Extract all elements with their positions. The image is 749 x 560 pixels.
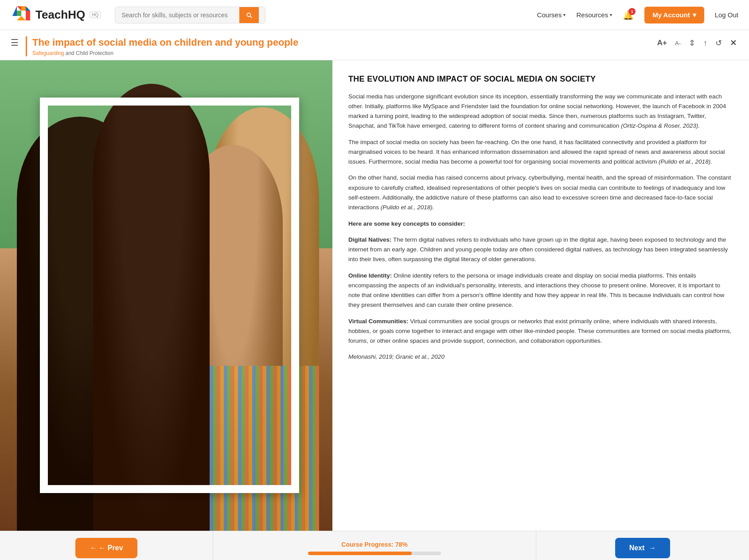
close-button[interactable]: ✕ <box>728 36 738 50</box>
svg-marker-4 <box>26 6 30 11</box>
search-input[interactable] <box>115 7 239 23</box>
header: TeachHQ HQ Courses ▾ Resources ▾ 🔔 1 My … <box>0 0 749 30</box>
photo-frame <box>40 98 299 493</box>
logo-area: TeachHQ HQ <box>11 4 101 26</box>
content-heading: THE EVOLUTION AND IMPACT OF SOCIAL MEDIA… <box>348 74 733 84</box>
svg-marker-2 <box>21 6 26 11</box>
article-header: ☰ The impact of social media on children… <box>0 30 749 60</box>
svg-marker-6 <box>17 16 26 20</box>
arrow-left-icon: ← <box>90 544 97 552</box>
footer-center: Course Progress: 78% <box>213 531 536 560</box>
my-account-button[interactable]: My Account ▾ <box>644 7 704 23</box>
refresh-button[interactable]: ↺ <box>714 36 724 50</box>
increase-font-button[interactable]: A+ <box>655 37 669 49</box>
notification-button[interactable]: 🔔 1 <box>623 10 634 20</box>
footer: ← ← Prev Course Progress: 78% Next → <box>0 531 749 560</box>
svg-rect-3 <box>17 11 21 16</box>
search-bar <box>115 7 265 23</box>
decrease-font-button[interactable]: A- <box>673 38 683 48</box>
text-panel: THE EVOLUTION AND IMPACT OF SOCIAL MEDIA… <box>332 60 749 531</box>
chevron-down-icon: ▾ <box>693 11 696 19</box>
paragraph-digital-natives: Digital Natives: The term digital native… <box>348 235 733 265</box>
logo-text: TeachHQ <box>35 8 85 22</box>
paragraph-online-identity: Online Identity: Online identity refers … <box>348 271 733 310</box>
article-title-area: The impact of social media on children a… <box>26 36 298 56</box>
paragraph-citation: Melonashi, 2019; Granic et al., 2020 <box>348 352 733 362</box>
logo-icon <box>11 4 32 26</box>
notification-badge: 1 <box>628 8 636 15</box>
logout-link[interactable]: Log Out <box>715 11 738 19</box>
article-subtitle: Safeguarding and Child Protection <box>32 50 298 56</box>
svg-marker-0 <box>12 6 17 16</box>
chevron-down-icon: ▾ <box>563 12 566 17</box>
paragraph-3: On the other hand, social media has rais… <box>348 173 733 212</box>
search-button[interactable] <box>239 7 259 23</box>
nav-courses[interactable]: Courses ▾ <box>537 11 566 19</box>
main-content: THE EVOLUTION AND IMPACT OF SOCIAL MEDIA… <box>0 60 749 531</box>
search-icon <box>246 12 253 19</box>
prev-button[interactable]: ← ← Prev <box>75 538 137 558</box>
hamburger-button[interactable]: ☰ <box>11 36 19 48</box>
paragraph-key-intro: Here are some key concepts to consider: <box>348 219 733 229</box>
next-button[interactable]: Next → <box>615 538 671 558</box>
article-title: The impact of social media on children a… <box>32 36 298 49</box>
chevron-down-icon: ▾ <box>610 12 612 17</box>
progress-bar-fill <box>308 552 412 555</box>
minimize-button[interactable]: ↑ <box>702 37 709 50</box>
image-panel <box>0 60 332 531</box>
nav-links: Courses ▾ Resources ▾ 🔔 1 My Account ▾ L… <box>537 7 738 23</box>
svg-marker-5 <box>26 11 30 20</box>
paragraph-virtual-communities: Virtual Communities: Virtual communities… <box>348 317 733 346</box>
progress-label: Course Progress: 78% <box>341 541 407 548</box>
nav-resources[interactable]: Resources ▾ <box>576 11 612 19</box>
footer-left: ← ← Prev <box>0 538 213 558</box>
paragraph-1: Social media has undergone significant e… <box>348 92 733 131</box>
arrow-right-icon: → <box>649 544 656 552</box>
subtitle-safeguarding-link[interactable]: Safeguarding <box>32 50 64 56</box>
logo-badge: HQ <box>90 12 101 18</box>
expand-button[interactable]: ⇕ <box>687 36 697 50</box>
article-toolbar: A+ A- ⇕ ↑ ↺ ✕ <box>655 36 738 50</box>
progress-bar-background <box>308 552 441 555</box>
svg-marker-1 <box>17 6 21 11</box>
progress-value: 78% <box>395 541 408 548</box>
footer-right: Next → <box>536 538 749 558</box>
paragraph-2: The impact of social media on society ha… <box>348 137 733 167</box>
